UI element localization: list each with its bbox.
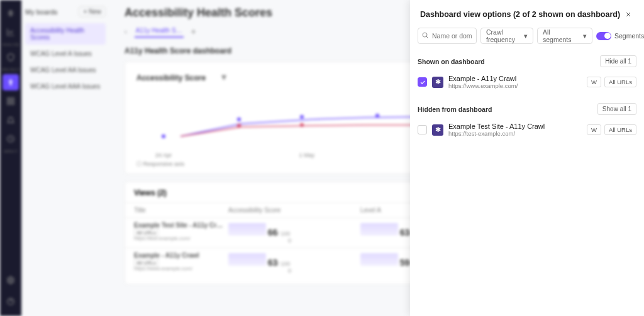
search-input-wrap [418, 28, 477, 44]
boards-header: My boards [25, 8, 57, 16]
svg-point-8 [423, 33, 427, 37]
view-url: https://www.example.com/ [448, 82, 582, 89]
switch-on-icon [596, 32, 611, 40]
close-icon[interactable] [623, 9, 634, 20]
chart-metric-select[interactable]: Accessibility Score [136, 74, 206, 82]
crawl-frequency-select[interactable]: Crawl frequency ▾ [480, 28, 533, 44]
new-board-button[interactable]: + New [79, 6, 106, 17]
svg-rect-2 [11, 98, 14, 101]
rail-protect-icon[interactable] [3, 49, 19, 65]
rail-analyze-icon[interactable] [3, 24, 19, 40]
svg-point-6 [9, 279, 12, 281]
checkbox-checked[interactable] [418, 77, 427, 87]
badge-w[interactable]: W [587, 77, 601, 87]
badge-all-urls[interactable]: All URLs [604, 124, 636, 135]
rail-grid-icon[interactable] [3, 93, 19, 109]
segments-select[interactable]: All segments ▾ [537, 28, 592, 44]
segments-toggle[interactable]: Segments [596, 32, 644, 40]
sidebar-item[interactable]: WCAG Level AAA Issues [25, 79, 106, 94]
svg-rect-4 [11, 102, 14, 104]
rail-label-impact: IMPACT [4, 150, 18, 153]
shown-section-label: Shown on dashboard [418, 58, 485, 65]
checkbox-unchecked[interactable] [418, 125, 427, 134]
rail-settings-icon[interactable] [3, 272, 19, 288]
left-nav-rail: ANALYZE PROTECT IMPACT [0, 0, 21, 316]
view-url: https://test-example.com/ [448, 130, 582, 137]
dashboard-view-options-panel: Dashboard view options (2 of 2 shown on … [410, 0, 644, 316]
rail-label-protect: PROTECT [2, 68, 20, 72]
sidebar-item[interactable]: WCAG Level AA Issues [25, 63, 106, 77]
site-thumb-icon: ✱ [432, 124, 443, 136]
view-row: ✱ Example Test Site - A11y Crawl https:/… [418, 119, 636, 141]
svg-rect-1 [8, 98, 10, 101]
sidebar-item[interactable]: Accessibility Health Scores [25, 23, 106, 45]
search-icon [421, 31, 429, 39]
view-name: Example Test Site - A11y Crawl [448, 123, 582, 130]
view-name: Example - A11y Crawl [448, 75, 582, 82]
rail-hash-icon[interactable] [3, 5, 19, 21]
rail-label-analyze: ANALYZE [3, 43, 19, 46]
panel-title: Dashboard view options (2 of 2 shown on … [420, 10, 620, 19]
site-thumb-icon: ✱ [432, 77, 443, 88]
show-all-button[interactable]: Show all 1 [597, 103, 636, 115]
svg-rect-3 [8, 102, 10, 104]
rail-accessibility-icon[interactable] [3, 74, 19, 90]
svg-point-0 [10, 79, 11, 80]
view-row: ✱ Example - A11y Crawl https://www.examp… [418, 71, 636, 93]
rail-bell-icon[interactable] [3, 112, 19, 128]
badge-w[interactable]: W [587, 124, 601, 135]
dashboard-tab[interactable]: A11y Health S… [135, 25, 184, 38]
rail-help-icon[interactable] [3, 293, 19, 310]
chevron-down-icon: ▾ [524, 32, 528, 40]
sidebar-item[interactable]: WCAG Level A Issues [25, 46, 106, 61]
rail-impact-icon[interactable] [3, 131, 19, 147]
add-tab-icon[interactable]: + [191, 26, 196, 36]
hide-all-button[interactable]: Hide all 1 [600, 55, 636, 67]
badge-all-urls[interactable]: All URLs [604, 77, 636, 87]
hidden-section-label: Hidden from dashboard [418, 106, 492, 113]
chevron-down-icon: ▾ [583, 32, 587, 40]
